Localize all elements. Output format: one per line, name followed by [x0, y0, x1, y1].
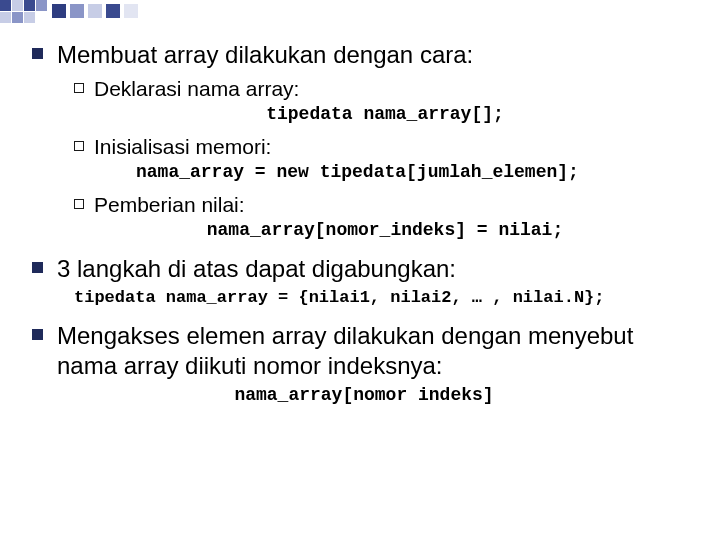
bullet-text: Mengakses elemen array dilakukan dengan …: [57, 321, 696, 381]
sub-text: Deklarasi nama array:: [94, 76, 299, 102]
sub-text: Inisialisasi memori:: [94, 134, 271, 160]
slide-content: Membuat array dilakukan dengan cara: Dek…: [32, 40, 696, 419]
code-akses: nama_array[nomor indeks]: [32, 385, 696, 405]
filled-square-icon: [32, 329, 43, 340]
sub-rest: nilai:: [196, 193, 245, 216]
hollow-square-icon: [74, 83, 84, 93]
filled-square-icon: [32, 262, 43, 273]
sub-rest: memori:: [190, 135, 272, 158]
bullet-text: 3 langkah di atas dapat digabungkan:: [57, 254, 456, 284]
bullet-akses: Mengakses elemen array dilakukan dengan …: [32, 321, 696, 381]
sub-label: Pemberian: [94, 193, 196, 216]
bullet-create-array: Membuat array dilakukan dengan cara:: [32, 40, 696, 70]
sub-label: Inisialisasi: [94, 135, 190, 158]
sub-bullet-deklarasi: Deklarasi nama array:: [74, 76, 696, 102]
bullet-text: Membuat array dilakukan dengan cara:: [57, 40, 473, 70]
code-inisialisasi: nama_array = new tipedata[jumlah_elemen]…: [136, 162, 696, 182]
sub-bullet-pemberian: Pemberian nilai:: [74, 192, 696, 218]
hollow-square-icon: [74, 141, 84, 151]
sub-rest: nama array:: [182, 77, 300, 100]
filled-square-icon: [32, 48, 43, 59]
code-deklarasi: tipedata nama_array[];: [74, 104, 696, 124]
hollow-square-icon: [74, 199, 84, 209]
code-pemberian: nama_array[nomor_indeks] = nilai;: [74, 220, 696, 240]
bullet-gabung: 3 langkah di atas dapat digabungkan:: [32, 254, 696, 284]
sub-bullet-inisialisasi: Inisialisasi memori:: [74, 134, 696, 160]
sub-text: Pemberian nilai:: [94, 192, 245, 218]
code-gabung: tipedata nama_array = {nilai1, nilai2, ……: [74, 288, 696, 307]
sub-label: Deklarasi: [94, 77, 182, 100]
corner-decoration: [0, 0, 170, 28]
